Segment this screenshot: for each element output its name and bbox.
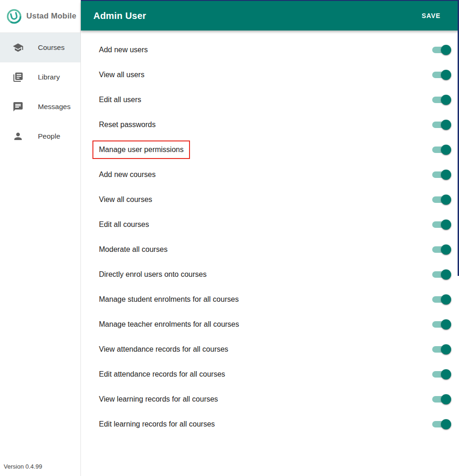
sidebar-item-label: Library (38, 73, 60, 81)
permission-toggle[interactable] (432, 394, 448, 404)
permission-row: Add new courses (99, 162, 448, 187)
permission-label: Edit all users (99, 96, 141, 104)
sidebar: Ustad Mobile Courses Library Messages Pe… (0, 0, 81, 476)
permission-toggle[interactable] (432, 294, 448, 305)
toggle-thumb (441, 244, 451, 255)
toggle-thumb (441, 170, 451, 180)
app-window: Ustad Mobile Courses Library Messages Pe… (0, 0, 459, 476)
permission-label: View all users (99, 71, 144, 79)
permission-label: View attendance records for all courses (99, 345, 228, 354)
toggle-thumb (441, 195, 451, 205)
window-top-border (81, 0, 459, 1)
permission-row: View learning records for all courses (99, 387, 448, 412)
toggle-thumb (441, 145, 451, 155)
app-bar: Admin User SAVE (81, 1, 459, 31)
permission-toggle[interactable] (432, 45, 448, 55)
permission-label: View learning records for all courses (99, 395, 218, 403)
permission-toggle[interactable] (432, 195, 448, 205)
permission-row: Edit all courses (99, 212, 448, 237)
sidebar-item-label: Courses (38, 43, 65, 52)
permission-row: Directly enrol users onto courses (99, 262, 448, 287)
save-button[interactable]: SAVE (422, 1, 441, 31)
permission-toggle[interactable] (432, 170, 448, 180)
permission-label: Directly enrol users onto courses (99, 270, 207, 279)
library-books-icon (12, 72, 24, 83)
permission-toggle[interactable] (432, 244, 448, 255)
main-area: Admin User SAVE Add new users View all u… (81, 0, 459, 476)
permission-toggle[interactable] (432, 120, 448, 130)
sidebar-item-messages[interactable]: Messages (0, 92, 80, 122)
permission-label: Edit all courses (99, 220, 149, 229)
permission-row: Edit learning records for all courses (99, 412, 448, 437)
permission-row: View all users (99, 62, 448, 87)
permission-toggle[interactable] (432, 145, 448, 155)
permission-row: Moderate all courses (99, 237, 448, 262)
toggle-thumb (441, 70, 451, 80)
permission-row: View all courses (99, 187, 448, 212)
chat-icon (12, 101, 24, 112)
page-title: Admin User (93, 11, 146, 21)
permission-list: Add new users View all users Edit all us… (81, 31, 459, 437)
permission-row: Manage teacher enrolments for all course… (99, 312, 448, 337)
permission-label: Reset passwords (99, 121, 156, 129)
toggle-thumb (441, 394, 451, 404)
sidebar-item-label: People (38, 132, 60, 140)
toggle-thumb (441, 220, 451, 230)
sidebar-item-people[interactable]: People (0, 122, 80, 151)
permission-toggle[interactable] (432, 344, 448, 354)
toggle-thumb (441, 269, 451, 280)
app-logo-block: Ustad Mobile (0, 0, 80, 33)
toggle-thumb (441, 294, 451, 305)
toggle-thumb (441, 319, 451, 330)
permission-toggle[interactable] (432, 220, 448, 230)
permission-label: Manage user permissions (92, 140, 190, 159)
permission-toggle[interactable] (432, 319, 448, 330)
permission-label: Add new users (99, 46, 148, 54)
toggle-thumb (441, 95, 451, 105)
toggle-thumb (441, 419, 451, 429)
ustad-mobile-logo (6, 8, 22, 24)
permission-label: Moderate all courses (99, 245, 168, 254)
person-icon (12, 131, 24, 142)
app-name: Ustad Mobile (26, 12, 76, 21)
permission-row: Edit all users (99, 87, 448, 112)
permission-label: Edit attendance records for all courses (99, 370, 225, 378)
permission-label: Edit learning records for all courses (99, 420, 215, 428)
permission-row: Manage student enrolments for all course… (99, 287, 448, 312)
toggle-thumb (441, 120, 451, 130)
sidebar-item-library[interactable]: Library (0, 62, 80, 92)
sidebar-item-courses[interactable]: Courses (0, 33, 80, 62)
version-label: Version 0.4.99 (4, 463, 42, 470)
permission-row: View attendance records for all courses (99, 337, 448, 362)
sidebar-item-label: Messages (38, 103, 71, 111)
permission-toggle[interactable] (432, 369, 448, 379)
permission-row: Add new users (99, 37, 448, 62)
toggle-thumb (441, 369, 451, 379)
permission-toggle[interactable] (432, 269, 448, 280)
permission-label: View all courses (99, 195, 152, 204)
permission-label: Manage student enrolments for all course… (99, 295, 239, 304)
permission-toggle[interactable] (432, 419, 448, 429)
permission-row: Edit attendance records for all courses (99, 362, 448, 387)
permission-row: Reset passwords (99, 112, 448, 137)
permission-toggle[interactable] (432, 70, 448, 80)
school-icon (12, 42, 24, 53)
sidebar-nav: Courses Library Messages People (0, 33, 80, 151)
permission-row: Manage user permissions (99, 137, 448, 162)
toggle-thumb (441, 344, 451, 354)
toggle-thumb (441, 45, 451, 55)
permission-label: Add new courses (99, 171, 156, 179)
permission-toggle[interactable] (432, 95, 448, 105)
permission-label: Manage teacher enrolments for all course… (99, 320, 239, 329)
